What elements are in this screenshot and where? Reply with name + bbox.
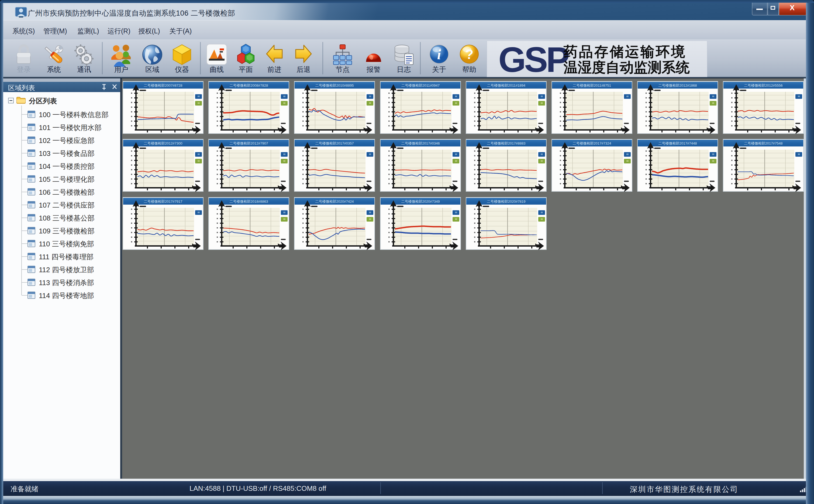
svg-text:?: ?: [465, 47, 474, 62]
svg-text:二号楼微检部2017#7448: 二号楼微检部2017#7448: [658, 141, 697, 145]
svg-text:二号楼微检部2017#7324: 二号楼微检部2017#7324: [572, 141, 611, 145]
svg-text:二号楼微检部2020#7819: 二号楼微检部2020#7819: [487, 199, 525, 204]
svg-text:二号楼微检部2011#8751: 二号楼微检部2011#8751: [573, 83, 611, 87]
svg-text:二号楼微检部2008#7828: 二号楼微检部2008#7828: [230, 83, 268, 87]
svg-text:二号楼微检部2017#7548: 二号楼微检部2017#7548: [744, 141, 782, 145]
svg-text:二号楼微检部2011#1894: 二号楼微检部2011#1894: [487, 83, 525, 87]
svg-text:二号楼微检部2007#8728: 二号楼微检部2007#8728: [144, 83, 182, 87]
svg-text:二号楼微检部2010#8895: 二号楼微检部2010#8895: [315, 83, 354, 87]
svg-text:i: i: [437, 47, 441, 62]
svg-text:二号楼微检部2020#7424: 二号楼微检部2020#7424: [315, 199, 354, 204]
svg-text:二号楼微检部2012#5556: 二号楼微检部2012#5556: [744, 83, 782, 87]
svg-text:二号楼微检部2012#1868: 二号楼微检部2012#1868: [658, 83, 697, 87]
svg-text:二号楼微检部2017#8883: 二号楼微检部2017#8883: [487, 141, 525, 145]
svg-text:二号楼微检部2017#0346: 二号楼微检部2017#0346: [401, 141, 440, 145]
svg-text:二号楼微检部2018#8863: 二号楼微检部2018#8863: [230, 199, 268, 204]
svg-text:二号楼微检部2017#0357: 二号楼微检部2017#0357: [315, 141, 354, 145]
svg-text:二号楼微检部2012#7907: 二号楼微检部2012#7907: [230, 141, 268, 145]
svg-text:二号楼微检部2020#7349: 二号楼微检部2020#7349: [401, 199, 440, 204]
svg-text:二号楼微检部2011#0947: 二号楼微检部2011#0947: [401, 83, 440, 87]
svg-text:二号楼微检部2017#7917: 二号楼微检部2017#7917: [144, 199, 182, 204]
svg-text:二号楼微检部2012#7300: 二号楼微检部2012#7300: [144, 141, 182, 145]
